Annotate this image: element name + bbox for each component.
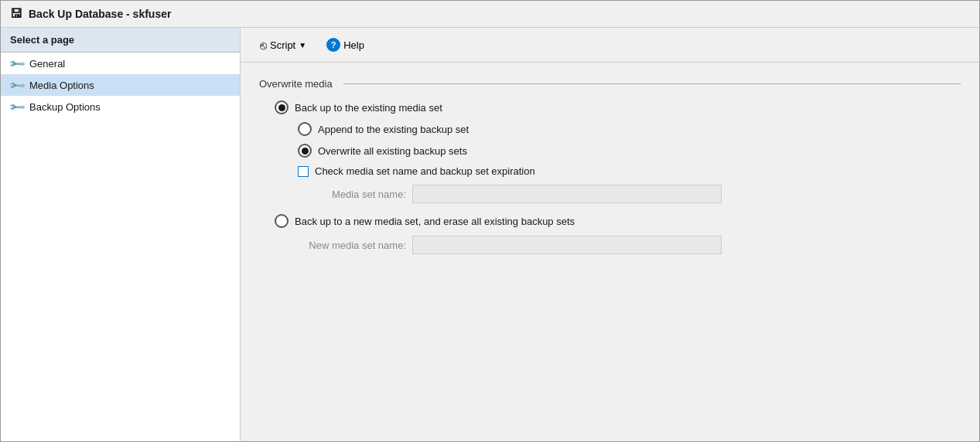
sidebar-item-media-options[interactable]: 🔧 Media Options	[1, 74, 240, 96]
media-set-name-label: Media set name:	[298, 189, 406, 200]
script-button[interactable]: ⎋ Script ▼	[253, 35, 313, 56]
checkbox-check-media-set[interactable]	[298, 166, 309, 177]
window-title: Back Up Database - skfuser	[29, 8, 171, 20]
new-media-set-name-label: New media set name:	[298, 240, 406, 251]
content-area: ⎋ Script ▼ ? Help Overwrite media	[241, 28, 979, 441]
sidebar-item-backup-options[interactable]: 🔧 Backup Options	[1, 96, 240, 117]
radio-new-media-label: Back up to a new media set, and erase al…	[295, 216, 575, 227]
radio-group-existing: Back up to the existing media set Append…	[275, 100, 961, 177]
media-set-name-input[interactable]	[412, 185, 722, 203]
form-area: Overwrite media Back up to the existing …	[241, 63, 979, 441]
sidebar-item-label-media: Media Options	[29, 80, 94, 91]
radio-existing-media-set-label: Back up to the existing media set	[295, 102, 442, 114]
help-button[interactable]: ? Help	[319, 34, 371, 56]
checkbox-row-check-media: Check media set name and backup set expi…	[298, 165, 961, 177]
sidebar-item-label-backup: Backup Options	[29, 101, 101, 113]
radio-append-label: Append to the existing backup set	[318, 124, 469, 135]
radio-existing-media-set[interactable]	[275, 100, 289, 114]
sidebar: Select a page 🔧 General 🔧 Media Options …	[1, 28, 241, 441]
radio-append-backup-set[interactable]	[298, 122, 312, 136]
new-media-set-name-input[interactable]	[412, 236, 722, 254]
sidebar-item-label-general: General	[29, 58, 65, 70]
new-media-set-name-row: New media set name:	[298, 236, 961, 254]
checkbox-check-media-label: Check media set name and backup set expi…	[315, 165, 535, 177]
overwrite-media-section: Overwrite media	[259, 78, 961, 90]
dropdown-arrow-icon: ▼	[299, 41, 306, 49]
toolbar: ⎋ Script ▼ ? Help	[241, 28, 979, 63]
main-content: Select a page 🔧 General 🔧 Media Options …	[1, 28, 979, 441]
sidebar-item-general[interactable]: 🔧 General	[1, 53, 240, 74]
help-label: Help	[343, 39, 364, 51]
help-icon: ?	[326, 38, 340, 52]
radio-row-existing: Back up to the existing media set	[275, 100, 961, 114]
wrench-icon-backup: 🔧	[8, 97, 26, 115]
radio-overwrite-label: Overwrite all existing backup sets	[318, 145, 467, 157]
script-label: Script	[270, 39, 295, 51]
overwrite-media-label: Overwrite media	[259, 78, 333, 90]
wrench-icon-general: 🔧	[8, 54, 26, 72]
window: 🖫 Back Up Database - skfuser Select a pa…	[0, 0, 980, 442]
script-icon: ⎋	[260, 39, 267, 52]
media-set-name-row: Media set name:	[298, 185, 961, 203]
radio-row-new-media: Back up to a new media set, and erase al…	[275, 214, 961, 228]
sidebar-header: Select a page	[1, 28, 240, 53]
radio-row-overwrite: Overwrite all existing backup sets	[298, 144, 961, 158]
database-icon: 🖫	[10, 7, 22, 21]
radio-row-append: Append to the existing backup set	[298, 122, 961, 136]
wrench-icon-media: 🔧	[8, 76, 26, 94]
radio-overwrite-all[interactable]	[298, 144, 312, 158]
title-bar: 🖫 Back Up Database - skfuser	[1, 1, 979, 28]
radio-new-media-set[interactable]	[275, 214, 289, 228]
